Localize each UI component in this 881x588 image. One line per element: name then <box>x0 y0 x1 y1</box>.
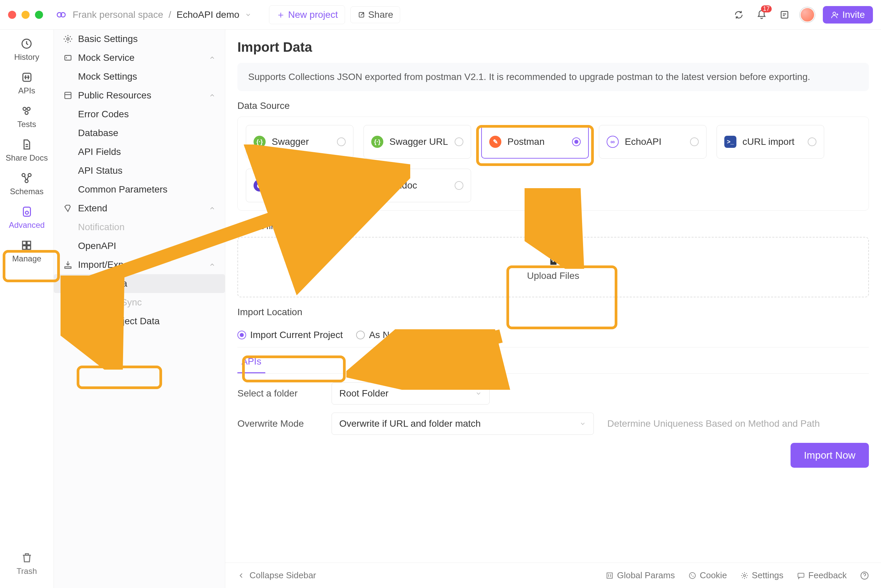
sidebar-export-data[interactable]: Export Project Data <box>54 312 225 331</box>
source-insomnia[interactable]: ◐ insomnia <box>246 169 353 202</box>
sidebar-import-data[interactable]: Import Data <box>54 274 225 293</box>
share-label: Share <box>368 9 394 20</box>
folder-select[interactable]: Root Folder <box>332 382 490 405</box>
tab-apis[interactable]: APIs <box>238 351 265 373</box>
rail-manage[interactable]: Manage <box>12 239 41 263</box>
notes-icon[interactable] <box>777 8 792 22</box>
invite-button[interactable]: Invite <box>823 6 873 24</box>
close-window-icon[interactable] <box>8 11 16 19</box>
rail-advanced[interactable]: Advanced <box>9 206 45 230</box>
sidebar-item-label: Real-time Sync <box>78 297 142 308</box>
notifications-button[interactable]: 17 <box>754 8 769 22</box>
file-upload-icon <box>546 253 560 267</box>
radio-as-new[interactable]: As New Project <box>356 330 433 340</box>
share-button[interactable]: Share <box>350 6 400 23</box>
svg-rect-28 <box>798 573 804 577</box>
sidebar-basic-settings[interactable]: Basic Settings <box>54 30 225 48</box>
upload-dropzone[interactable]: Upload Files <box>238 237 869 297</box>
sidebar-mock-service[interactable]: Mock Service <box>54 48 225 67</box>
sidebar-item-label: Extend <box>78 203 107 214</box>
radio-import-current[interactable]: Import Current Project <box>238 330 343 340</box>
sidebar-item-label: API Fields <box>78 147 121 157</box>
folder-label: Select a folder <box>238 388 318 399</box>
tabs: APIs <box>238 351 869 374</box>
new-project-label: New project <box>288 9 338 20</box>
svg-point-4 <box>833 12 836 15</box>
svg-point-27 <box>743 574 746 577</box>
source-label: Swagger <box>272 136 309 147</box>
sidebar-public-resources[interactable]: Public Resources <box>54 86 225 105</box>
sidebar-item-label: OpenAPI <box>78 241 116 251</box>
new-project-button[interactable]: ＋ New project <box>269 5 345 24</box>
import-now-label: Import Now <box>804 450 855 460</box>
maximize-window-icon[interactable] <box>35 11 43 19</box>
data-source-grid: {·} Swagger {·} Swagger URL ✎ Postman ∞ … <box>238 117 869 211</box>
chevron-down-icon[interactable] <box>245 11 251 18</box>
svg-rect-15 <box>23 241 26 245</box>
import-now-button[interactable]: Import Now <box>791 443 869 468</box>
rail-label: Schemas <box>10 187 44 196</box>
rail-history[interactable]: History <box>14 38 39 62</box>
sidebar-realtime-sync[interactable]: Real-time Sync <box>54 293 225 312</box>
source-apidoc[interactable]: API apidoc <box>364 169 471 202</box>
sidebar-mock-settings[interactable]: Mock Settings <box>54 67 225 86</box>
sidebar-item-label: Import/Export <box>78 260 134 270</box>
source-label: Postman <box>507 136 545 147</box>
sidebar-item-label: Mock Settings <box>78 71 137 82</box>
rail-schemas[interactable]: Schemas <box>10 172 44 196</box>
overwrite-hint: Determine Uniqueness Based on Method and… <box>607 418 820 429</box>
footer-cookie[interactable]: Cookie <box>688 570 727 580</box>
select-value: Root Folder <box>339 388 388 399</box>
source-swagger[interactable]: {·} Swagger <box>246 125 353 159</box>
rail-label: History <box>14 52 39 62</box>
avatar[interactable] <box>800 8 815 22</box>
source-curl[interactable]: >_ cURL import <box>717 125 824 159</box>
collapse-sidebar-button[interactable]: Collapse Sidebar <box>238 570 316 580</box>
curl-icon: >_ <box>724 136 737 148</box>
breadcrumb-space[interactable]: Frank personal space <box>73 9 163 20</box>
sidebar-database[interactable]: Database <box>54 124 225 142</box>
swagger-icon: {·} <box>254 136 266 148</box>
import-location-row: Import Current Project As New Project <box>238 323 869 347</box>
footer-label: Cookie <box>700 570 727 580</box>
source-postman[interactable]: ✎ Postman <box>481 125 589 159</box>
source-swagger-url[interactable]: {·} Swagger URL <box>364 125 471 159</box>
footer-help[interactable] <box>860 570 869 580</box>
chevron-up-icon <box>209 261 215 268</box>
chevron-down-icon <box>579 420 586 427</box>
rail-tests[interactable]: Tests <box>17 105 36 129</box>
sidebar-api-status[interactable]: API Status <box>54 161 225 180</box>
footer-feedback[interactable]: Feedback <box>797 570 847 580</box>
svg-point-14 <box>25 212 28 214</box>
minimize-window-icon[interactable] <box>21 11 30 19</box>
rail-label: Advanced <box>9 220 45 230</box>
source-label: EchoAPI <box>625 136 662 147</box>
sidebar-extend[interactable]: Extend <box>54 199 225 218</box>
footer-global-params[interactable]: Global Params <box>606 570 675 580</box>
sidebar-error-codes[interactable]: Error Codes <box>54 105 225 124</box>
rail-apis[interactable]: APIs <box>18 71 35 95</box>
chevron-up-icon <box>209 92 215 99</box>
radio-icon <box>356 331 365 339</box>
overwrite-select[interactable]: Overwrite if URL and folder match <box>332 412 594 435</box>
sidebar-api-fields[interactable]: API Fields <box>54 142 225 161</box>
svg-rect-22 <box>65 92 71 99</box>
svg-rect-18 <box>27 246 31 250</box>
breadcrumb-project[interactable]: EchoAPI demo <box>176 9 239 20</box>
svg-rect-16 <box>27 241 31 245</box>
sidebar-import-export[interactable]: Import/Export <box>54 255 225 274</box>
sidebar-item-label: API Status <box>78 165 122 176</box>
apidoc-icon: API <box>371 179 383 192</box>
source-echoapi[interactable]: ∞ EchoAPI <box>599 125 707 159</box>
source-label: Swagger URL <box>389 136 448 147</box>
info-banner: Supports Collections JSON exported from … <box>238 63 869 91</box>
footer-settings[interactable]: Settings <box>740 570 783 580</box>
source-label: apidoc <box>389 180 417 191</box>
sidebar-common-params[interactable]: Common Parameters <box>54 180 225 199</box>
sidebar-notification[interactable]: Notification <box>54 218 225 237</box>
rail-sharedocs[interactable]: Share Docs <box>6 138 48 163</box>
rail-trash[interactable]: Trash <box>17 552 37 576</box>
sidebar-item-label: Common Parameters <box>78 184 167 195</box>
sidebar-openapi[interactable]: OpenAPI <box>54 237 225 255</box>
sync-icon[interactable] <box>731 8 746 22</box>
